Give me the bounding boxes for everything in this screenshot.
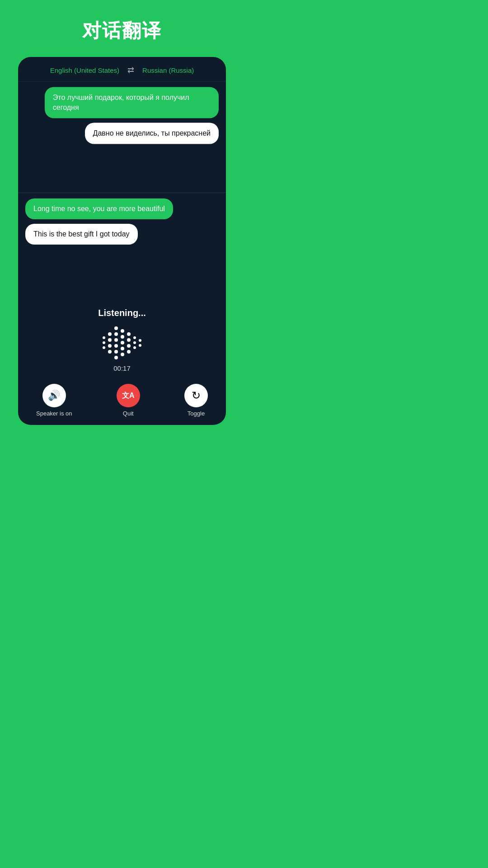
recording-timer: 00:17 [113,364,131,372]
wave-col [121,329,124,356]
wave-col [103,336,105,349]
language-header: English (United States) ⇄ Russian (Russi… [18,57,226,82]
wave-dot [121,353,124,356]
quit-control[interactable]: 文A Quit [117,384,140,417]
wave-dot [133,341,136,344]
flipped-text-white: Давно не виделись, ты прекрасней [93,128,211,138]
list-item: This is the best gift I got today [25,224,138,245]
wave-dot [114,338,118,342]
speaker-control[interactable]: 🔊 Speaker is on [36,384,72,417]
swap-languages-icon[interactable]: ⇄ [127,65,134,75]
chat-lower-area: Long time no see, you are more beautiful… [18,193,226,304]
wave-dot [103,341,105,344]
wave-dot [133,346,136,349]
speaker-button[interactable]: 🔊 [42,384,66,407]
wave-dot [139,339,141,342]
wave-dot [114,344,118,348]
wave-dot [139,344,141,347]
list-item: Это лучший подарок, который я получил се… [45,87,219,118]
translate-icon: 文A [122,391,135,401]
app-title: 对话翻译 [82,18,162,43]
wave-col [114,326,118,359]
bottom-controls: 🔊 Speaker is on 文A Quit ↻ Toggle [18,378,226,425]
wave-dot [121,335,124,339]
flipped-text-green: Это лучший подарок, который я получил се… [53,93,211,113]
speaker-label: Speaker is on [36,410,72,417]
wave-col [127,332,131,354]
list-item: Long time no see, you are more beautiful [25,198,173,219]
wave-dot [127,350,131,354]
quit-label: Quit [123,410,134,417]
wave-dot [108,332,112,336]
wave-dot [114,350,118,354]
wave-col [108,332,112,354]
wave-dot [108,344,112,348]
wave-dot [121,341,124,344]
wave-dot [127,332,131,336]
waveform [103,325,141,361]
wave-dot [114,356,118,359]
wave-dot [133,336,136,339]
wave-col [133,336,136,349]
language-right[interactable]: Russian (Russia) [142,66,194,74]
listening-label: Listening... [98,308,146,318]
wave-dot [108,338,112,342]
toggle-button[interactable]: ↻ [184,384,208,407]
quit-button[interactable]: 文A [117,384,140,407]
wave-dot [103,346,105,349]
main-card: English (United States) ⇄ Russian (Russi… [18,57,226,425]
wave-dot [121,347,124,350]
wave-col [139,339,141,347]
list-item: Давно не виделись, ты прекрасней [85,123,219,144]
language-left[interactable]: English (United States) [50,66,119,74]
wave-dot [127,344,131,348]
wave-dot [114,326,118,330]
toggle-control[interactable]: ↻ Toggle [184,384,208,417]
chat-upper-area: Давно не виделись, ты прекрасней Это луч… [18,82,226,193]
toggle-icon: ↻ [192,389,201,402]
toggle-label: Toggle [188,410,205,417]
listening-section: Listening... [18,303,226,378]
wave-dot [121,329,124,333]
wave-dot [103,336,105,339]
wave-dot [108,350,112,354]
wave-dot [114,332,118,336]
wave-dot [127,338,131,342]
speaker-icon: 🔊 [48,390,60,401]
